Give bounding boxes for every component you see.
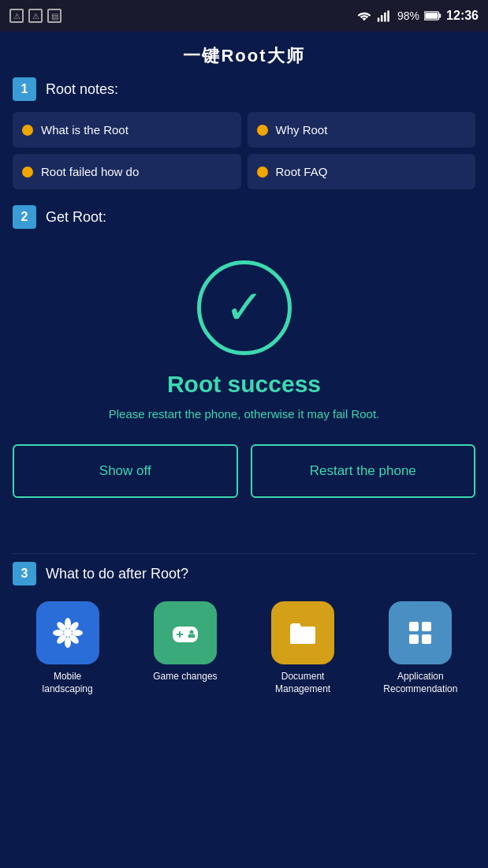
- game-changes-icon-box: [154, 601, 217, 664]
- section2-number: 2: [13, 205, 36, 229]
- svg-rect-3: [387, 10, 389, 21]
- svg-rect-18: [177, 634, 183, 635]
- section3-number: 3: [13, 562, 36, 586]
- svg-rect-0: [378, 18, 380, 22]
- game-changes-label: Game changes: [153, 671, 217, 683]
- document-management-icon-box: [271, 601, 334, 664]
- status-right: 98% 12:36: [356, 9, 479, 23]
- note-dot-4: [257, 166, 268, 178]
- svg-rect-22: [409, 622, 419, 631]
- warning-icon-3: ▤: [47, 9, 61, 23]
- battery-icon: [424, 10, 441, 21]
- flower-icon: [50, 615, 85, 650]
- svg-rect-2: [384, 13, 386, 22]
- section2-header: 2 Get Root:: [13, 205, 475, 229]
- note-what-is-root[interactable]: What is the Root: [13, 112, 241, 148]
- application-recommendation-label: ApplicationRecommendation: [383, 671, 457, 695]
- app-application-recommendation[interactable]: ApplicationRecommendation: [366, 601, 475, 695]
- section1-title: Root notes:: [46, 81, 118, 98]
- section2-title: Get Root:: [46, 209, 106, 226]
- app-icons-grid: Mobilelandscaping Game changes: [13, 601, 475, 711]
- note-dot-3: [22, 166, 33, 178]
- section1-number: 1: [13, 77, 36, 101]
- note-label-root-faq: Root FAQ: [276, 165, 328, 178]
- success-circle: ✓: [197, 260, 292, 355]
- mobile-landscaping-label: Mobilelandscaping: [43, 671, 93, 695]
- app-mobile-landscaping[interactable]: Mobilelandscaping: [13, 601, 122, 695]
- note-label-why-root: Why Root: [276, 123, 328, 137]
- notes-grid: What is the Root Why Root Root failed ho…: [13, 112, 475, 189]
- svg-rect-5: [439, 13, 441, 17]
- svg-rect-1: [381, 15, 383, 21]
- signal-icon: [377, 9, 393, 22]
- document-management-label: DocumentManagement: [275, 671, 330, 695]
- divider: [13, 553, 475, 554]
- show-off-button[interactable]: Show off: [13, 444, 238, 498]
- action-buttons: Show off Restart the phone: [13, 444, 475, 498]
- warning-icon-2: ⚠: [28, 9, 43, 23]
- mobile-landscaping-icon-box: [36, 601, 99, 664]
- note-dot-2: [257, 125, 268, 136]
- grid-icon: [403, 615, 438, 650]
- wifi-icon: [356, 9, 372, 22]
- restart-notice: Please restart the phone, otherwise it m…: [93, 407, 396, 421]
- status-icons: ⚠ ⚠ ▤: [9, 9, 61, 23]
- svg-rect-24: [409, 634, 419, 644]
- note-label-what-is-root: What is the Root: [41, 123, 129, 137]
- section3-header: 3 What to do after Root?: [13, 562, 475, 586]
- app-game-changes[interactable]: Game changes: [130, 601, 240, 695]
- app-title: 一键Root大师: [0, 32, 488, 77]
- success-area: ✓ Root success Please restart the phone,…: [13, 253, 475, 545]
- status-bar: ⚠ ⚠ ▤ 98% 12:36: [0, 0, 488, 32]
- note-why-root[interactable]: Why Root: [248, 112, 476, 148]
- battery-percentage: 98%: [397, 9, 419, 22]
- warning-icon-1: ⚠: [9, 9, 24, 23]
- time-display: 12:36: [446, 9, 479, 23]
- note-dot-1: [22, 125, 33, 136]
- note-root-faq[interactable]: Root FAQ: [248, 154, 476, 189]
- svg-point-19: [189, 630, 193, 634]
- main-content: 1 Root notes: What is the Root Why Root …: [0, 77, 488, 711]
- svg-rect-23: [422, 622, 431, 631]
- svg-point-21: [191, 634, 195, 638]
- note-label-root-failed: Root failed how do: [41, 165, 139, 178]
- section3-title: What to do after Root?: [46, 566, 188, 582]
- checkmark-icon: ✓: [225, 284, 264, 331]
- section3: 3 What to do after Root?: [13, 562, 475, 711]
- section1-header: 1 Root notes:: [13, 77, 475, 101]
- note-root-failed[interactable]: Root failed how do: [13, 154, 241, 189]
- gamepad-icon: [168, 615, 203, 650]
- app-document-management[interactable]: DocumentManagement: [248, 601, 358, 695]
- restart-phone-button[interactable]: Restart the phone: [251, 444, 476, 498]
- application-recommendation-icon-box: [389, 601, 452, 664]
- folder-icon: [285, 615, 320, 650]
- root-success-text: Root success: [167, 371, 321, 398]
- svg-rect-6: [425, 13, 438, 19]
- svg-rect-25: [422, 634, 431, 644]
